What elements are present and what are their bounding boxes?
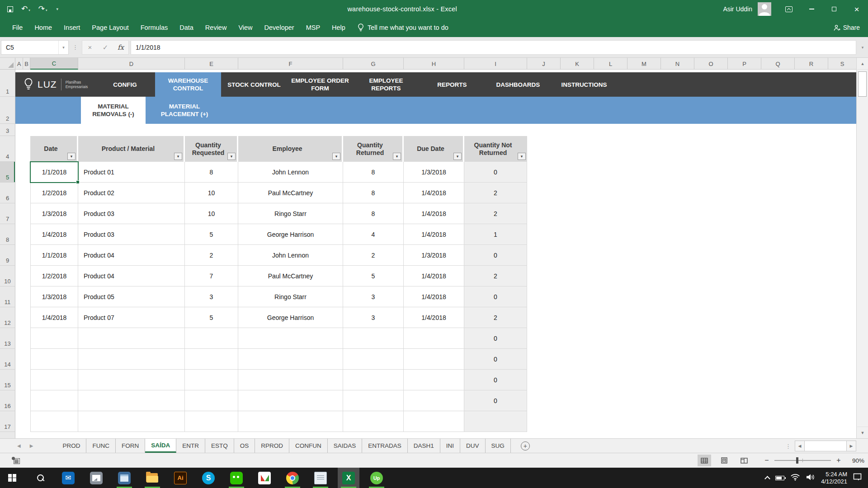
ribbon-tab[interactable]: Insert xyxy=(58,18,86,37)
cell-product[interactable]: Product 07 xyxy=(78,307,185,328)
taskbar-skype-button[interactable]: S xyxy=(198,468,219,488)
cell-quantity-requested[interactable]: 10 xyxy=(185,183,238,203)
row-header[interactable]: 6 xyxy=(0,183,15,203)
cell-product[interactable]: Product 02 xyxy=(78,183,185,203)
column-header[interactable]: N xyxy=(661,58,694,70)
sheet-tab[interactable]: ESTQ xyxy=(205,439,234,453)
subtab-material-removals[interactable]: MATERIAL REMOVALS (-) xyxy=(81,97,146,124)
cell-quantity-requested[interactable]: 2 xyxy=(185,245,238,266)
scroll-left-icon[interactable]: ◀ xyxy=(795,441,805,451)
taskbar-design-app-button[interactable] xyxy=(254,468,275,488)
row-header[interactable]: 17 xyxy=(0,411,15,432)
cell-date[interactable]: 1/2/2018 xyxy=(30,183,78,203)
vertical-scrollbar-thumb[interactable] xyxy=(858,71,867,97)
cell-quantity-not-returned[interactable]: 2 xyxy=(464,266,527,286)
cell-due-date[interactable] xyxy=(404,370,464,390)
cell-product[interactable] xyxy=(78,370,185,390)
cell-employee[interactable] xyxy=(238,349,343,370)
column-header[interactable]: B xyxy=(23,58,30,70)
taskbar-photos-button[interactable] xyxy=(85,468,107,488)
cell-due-date[interactable]: 1/4/2018 xyxy=(404,266,464,286)
cell-employee[interactable]: George Harrison xyxy=(238,307,343,328)
cell-date[interactable]: 1/3/2018 xyxy=(30,286,78,307)
cell-due-date[interactable] xyxy=(404,411,464,432)
cell-quantity-returned[interactable] xyxy=(343,390,404,411)
sheet-tab[interactable]: DUV xyxy=(460,439,486,453)
cell-date[interactable] xyxy=(30,328,78,349)
splitter-dots-icon[interactable]: ⋮ xyxy=(785,443,791,450)
name-box[interactable]: C5 ▾ xyxy=(1,40,69,55)
nav-item[interactable]: STOCK CONTROL xyxy=(221,72,287,97)
page-layout-view-button[interactable] xyxy=(717,455,731,466)
filter-button[interactable] xyxy=(332,153,340,160)
cell-quantity-requested[interactable]: 5 xyxy=(185,224,238,245)
cell-product[interactable]: Product 04 xyxy=(78,245,185,266)
cell-quantity-returned[interactable] xyxy=(343,349,404,370)
show-hidden-icons-icon[interactable] xyxy=(764,476,770,482)
row-header[interactable]: 8 xyxy=(0,224,15,245)
row-header[interactable]: 10 xyxy=(0,266,15,286)
column-header[interactable]: F xyxy=(238,58,343,70)
battery-icon[interactable] xyxy=(775,476,784,480)
row-header[interactable]: 12 xyxy=(0,307,15,328)
cell-quantity-not-returned[interactable]: 0 xyxy=(464,162,527,183)
header-quantity-not-returned[interactable]: Quantity Not Returned xyxy=(464,136,527,162)
cell-product[interactable] xyxy=(78,349,185,370)
taskbar-illustrator-button[interactable]: Ai xyxy=(170,468,191,488)
ribbon-tab[interactable]: Developer xyxy=(259,18,300,37)
row-header[interactable]: 9 xyxy=(0,245,15,266)
horizontal-scrollbar-thumb[interactable] xyxy=(805,441,846,451)
nav-item[interactable]: EMPLOYEE ORDER FORM xyxy=(287,72,353,97)
column-header[interactable]: L xyxy=(594,58,627,70)
cell-quantity-not-returned[interactable]: 1 xyxy=(464,224,527,245)
cell-quantity-returned[interactable]: 8 xyxy=(343,183,404,203)
sheet-tab[interactable]: SAIDAS xyxy=(328,439,363,453)
row-header[interactable]: 13 xyxy=(0,328,15,349)
sheet-tab[interactable]: PROD xyxy=(57,439,86,453)
filter-button[interactable] xyxy=(67,153,75,160)
cell-quantity-returned[interactable]: 8 xyxy=(343,162,404,183)
nav-item[interactable]: CONFIG xyxy=(95,72,155,97)
cell-quantity-returned[interactable] xyxy=(343,411,404,432)
cell-employee[interactable]: John Lennon xyxy=(238,162,343,183)
sheet-tab[interactable]: ENTRADAS xyxy=(362,439,408,453)
header-product[interactable]: Product / Material xyxy=(78,136,185,162)
cell-product[interactable]: Product 01 xyxy=(78,162,185,183)
drag-handle-icon[interactable]: ⋮ xyxy=(69,44,82,51)
close-button[interactable]: × xyxy=(845,0,868,18)
cell-quantity-not-returned[interactable]: 0 xyxy=(464,245,527,266)
ribbon-tab[interactable]: Review xyxy=(199,18,233,37)
column-header[interactable]: I xyxy=(464,58,527,70)
cell-product[interactable]: Product 03 xyxy=(78,224,185,245)
cell-employee[interactable] xyxy=(238,328,343,349)
cell-quantity-returned[interactable]: 3 xyxy=(343,307,404,328)
row-header[interactable]: 3 xyxy=(0,124,15,136)
wifi-icon[interactable] xyxy=(790,474,800,483)
cell-product[interactable]: Product 04 xyxy=(78,266,185,286)
cell-quantity-requested[interactable] xyxy=(185,370,238,390)
scroll-right-icon[interactable]: ▶ xyxy=(846,441,856,451)
cell-quantity-requested[interactable]: 3 xyxy=(185,286,238,307)
row-header[interactable]: 4 xyxy=(0,136,15,162)
cell-due-date[interactable]: 1/3/2018 xyxy=(404,162,464,183)
column-header[interactable]: J xyxy=(527,58,561,70)
column-header[interactable]: E xyxy=(185,58,238,70)
cell-product[interactable] xyxy=(78,411,185,432)
row-header[interactable]: 11 xyxy=(0,286,15,307)
ribbon-tab[interactable]: Home xyxy=(28,18,58,37)
cancel-icon[interactable]: × xyxy=(82,41,98,54)
normal-view-button[interactable] xyxy=(698,455,711,466)
ribbon-tab[interactable]: Data xyxy=(174,18,199,37)
expand-formula-bar-icon[interactable]: ▾ xyxy=(857,45,868,50)
cell-quantity-not-returned[interactable]: 0 xyxy=(464,390,527,411)
cell-quantity-requested[interactable]: 7 xyxy=(185,266,238,286)
row-header[interactable]: 16 xyxy=(0,390,15,411)
header-date[interactable]: Date xyxy=(30,136,78,162)
insert-function-icon[interactable]: fx xyxy=(113,41,128,54)
cell-quantity-not-returned[interactable]: 2 xyxy=(464,307,527,328)
cell-quantity-not-returned[interactable]: 0 xyxy=(464,286,527,307)
cell-date[interactable] xyxy=(30,411,78,432)
column-header[interactable]: H xyxy=(404,58,464,70)
header-quantity-returned[interactable]: Quantity Returned xyxy=(343,136,404,162)
action-center-icon[interactable] xyxy=(853,473,862,483)
